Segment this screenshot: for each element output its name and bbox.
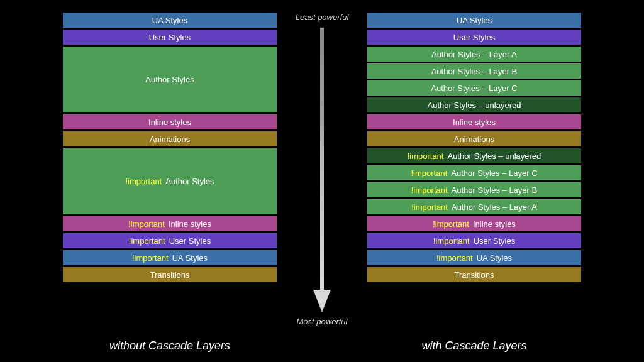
power-axis: Least powerful Most powerful <box>284 13 360 327</box>
right-row-label: Author Styles – unlayered <box>428 101 521 110</box>
left-row-4: Animations <box>63 131 277 146</box>
right-row-1: User Styles <box>367 30 581 45</box>
right-row-6: Inline styles <box>367 114 581 129</box>
right-row-label: Author Styles – Layer A <box>431 50 517 59</box>
left-row-label: Animations <box>150 134 190 144</box>
down-arrow-icon <box>312 28 332 312</box>
left-row-9: Transitions <box>63 267 277 282</box>
right-row-label: Animations <box>454 134 494 144</box>
right-row-15: Transitions <box>367 267 581 282</box>
important-prefix: !important <box>411 202 448 212</box>
right-row-label: Transitions <box>454 270 494 280</box>
right-row-5: Author Styles – unlayered <box>367 97 581 112</box>
important-prefix: !important <box>433 219 469 229</box>
right-caption: with Cascade Layers <box>367 339 581 353</box>
right-row-label: UA Styles <box>457 16 492 25</box>
right-row-7: Animations <box>367 131 581 146</box>
right-row-2: Author Styles – Layer A <box>367 47 581 62</box>
right-row-13: !importantUser Styles <box>367 233 581 248</box>
right-row-14: !importantUA Styles <box>367 250 581 265</box>
svg-marker-1 <box>313 290 331 312</box>
important-prefix: !important <box>433 236 470 246</box>
right-row-label: Author Styles – Layer B <box>431 67 518 76</box>
left-row-5: !importantAuthor Styles <box>63 148 277 214</box>
left-row-0: UA Styles <box>63 13 277 28</box>
important-prefix: !important <box>411 168 447 178</box>
left-row-label: Author Styles <box>165 177 214 186</box>
right-row-label: User Styles <box>453 33 495 42</box>
left-row-7: !importantUser Styles <box>63 233 277 248</box>
diagram-stage: UA StylesUser StylesAuthor StylesInline … <box>0 0 644 362</box>
important-prefix: !important <box>436 253 473 263</box>
important-prefix: !important <box>129 236 165 246</box>
left-row-6: !importantInline styles <box>63 216 277 231</box>
right-row-label: UA Styles <box>477 253 512 263</box>
axis-label-most: Most powerful <box>297 317 348 327</box>
axis-arrow-wrap <box>312 23 332 317</box>
left-row-label: User Styles <box>149 33 191 42</box>
important-prefix: !important <box>411 185 448 195</box>
right-row-3: Author Styles – Layer B <box>367 63 581 79</box>
svg-rect-0 <box>320 28 324 291</box>
right-row-label: Author Styles – Layer C <box>431 84 517 93</box>
right-row-label: Author Styles – Layer A <box>452 202 537 212</box>
left-caption: without Cascade Layers <box>63 339 277 353</box>
right-row-label: Inline styles <box>473 219 516 229</box>
right-row-label: Author Styles – Layer B <box>452 185 538 195</box>
left-row-3: Inline styles <box>63 114 277 129</box>
left-row-1: User Styles <box>63 30 277 45</box>
right-row-0: UA Styles <box>367 13 581 28</box>
left-row-label: User Styles <box>169 236 211 246</box>
left-row-8: !importantUA Styles <box>63 250 277 265</box>
right-column: UA StylesUser StylesAuthor Styles – Laye… <box>367 13 581 282</box>
right-row-9: !importantAuthor Styles – Layer C <box>367 165 581 180</box>
right-row-8: !importantAuthor Styles – unlayered <box>367 148 581 163</box>
right-row-label: Author Styles – unlayered <box>447 151 541 161</box>
right-row-12: !importantInline styles <box>367 216 581 231</box>
right-row-10: !importantAuthor Styles – Layer B <box>367 182 581 197</box>
important-prefix: !important <box>408 151 444 161</box>
important-prefix: !important <box>128 219 165 229</box>
left-row-label: Transitions <box>150 270 189 280</box>
right-row-label: Inline styles <box>453 118 496 127</box>
right-row-label: User Styles <box>474 236 515 246</box>
axis-label-least: Least powerful <box>296 13 349 23</box>
left-column: UA StylesUser StylesAuthor StylesInline … <box>63 13 277 282</box>
right-row-label: Author Styles – Layer C <box>451 168 537 178</box>
left-row-label: UA Styles <box>152 16 187 25</box>
left-row-label: Inline styles <box>148 118 191 127</box>
important-prefix: !important <box>132 253 169 263</box>
left-row-label: Author Styles <box>145 75 194 84</box>
important-prefix: !important <box>125 177 162 186</box>
left-row-label: Inline styles <box>169 219 211 229</box>
right-row-4: Author Styles – Layer C <box>367 80 581 96</box>
left-row-2: Author Styles <box>63 47 277 112</box>
right-row-11: !importantAuthor Styles – Layer A <box>367 199 581 214</box>
left-row-label: UA Styles <box>172 253 208 263</box>
